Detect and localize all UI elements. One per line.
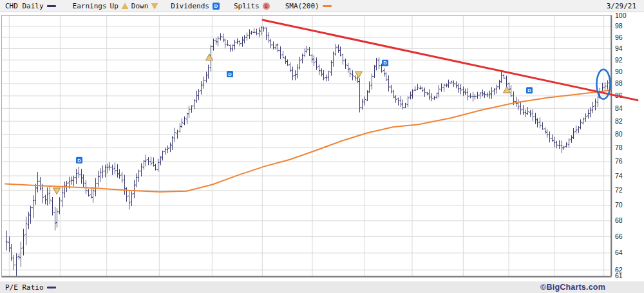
symbol-legend: CHD Daily: [5, 2, 56, 10]
bigcharts-page: { "header": { "symbol_label": "CHD Daily…: [0, 0, 644, 293]
svg-text:80: 80: [615, 130, 623, 138]
earnings-up-label: Up: [110, 2, 118, 10]
sma-200-line: [5, 90, 611, 192]
svg-text:64: 64: [615, 249, 623, 256]
svg-text:D: D: [527, 88, 531, 93]
svg-text:98: 98: [615, 22, 623, 30]
earnings-down-marker-icon: [355, 71, 363, 78]
chart-footer-bar: P/E Ratio ©BigCharts.com: [0, 281, 644, 293]
svg-text:D: D: [77, 158, 81, 164]
svg-text:D: D: [228, 71, 232, 77]
svg-text:96: 96: [615, 33, 623, 41]
pe-ratio-label: P/E Ratio: [5, 283, 44, 292]
svg-text:78: 78: [615, 144, 623, 151]
svg-text:100: 100: [615, 12, 627, 19]
sma-dash-icon: [323, 5, 332, 7]
svg-text:90: 90: [615, 68, 623, 75]
svg-text:92: 92: [615, 56, 623, 64]
sma-label: SMA(200): [285, 2, 319, 10]
svg-text:68: 68: [615, 216, 623, 224]
sma-legend: SMA(200): [285, 2, 332, 10]
y-axis-labels: 1009896949290888684828078767472706866646…: [615, 12, 627, 279]
dividend-badge-icon: D: [213, 3, 220, 10]
chart-date: 3/29/21: [607, 2, 636, 10]
dividends-legend: Dividends D: [171, 2, 220, 10]
earnings-up-triangle-icon: [122, 3, 128, 9]
price-series-dash-icon: [47, 5, 56, 7]
ohlc-bars: [6, 26, 609, 276]
gridlines: [2, 15, 611, 277]
earnings-legend: Earnings Up Down: [73, 2, 158, 10]
pe-series-dash-icon: [47, 287, 56, 288]
splits-legend: Splits S: [234, 2, 270, 10]
svg-text:61: 61: [615, 272, 623, 279]
svg-text:94: 94: [615, 44, 623, 52]
svg-text:66: 66: [615, 232, 623, 240]
bigcharts-brand-link[interactable]: ©BigCharts.com: [540, 283, 605, 292]
pe-ratio-legend: P/E Ratio: [5, 283, 56, 292]
svg-text:70: 70: [615, 201, 623, 209]
svg-text:84: 84: [615, 104, 623, 112]
price-chart: 1009896949290888684828078767472706866646…: [0, 0, 644, 281]
svg-text:82: 82: [615, 117, 623, 125]
plot-border: [2, 15, 611, 277]
dividends-label: Dividends: [171, 2, 209, 10]
svg-text:74: 74: [615, 172, 623, 180]
earnings-down-label: Down: [131, 2, 149, 10]
symbol-label: CHD Daily: [5, 2, 44, 10]
split-badge-icon: S: [263, 3, 270, 10]
svg-text:D: D: [383, 60, 387, 66]
svg-text:72: 72: [615, 186, 623, 194]
chart-date-label: 3/29/21: [607, 2, 636, 10]
breakout-highlight-ellipse: [597, 70, 611, 99]
chart-header-bar: CHD Daily Earnings Up Down Dividends D S…: [0, 0, 644, 12]
svg-text:88: 88: [615, 79, 623, 87]
earnings-down-marker-icon: [53, 188, 61, 194]
earnings-label: Earnings: [73, 2, 107, 10]
earnings-down-triangle-icon: [151, 3, 158, 9]
splits-label: Splits: [234, 2, 260, 10]
svg-text:76: 76: [615, 157, 623, 165]
